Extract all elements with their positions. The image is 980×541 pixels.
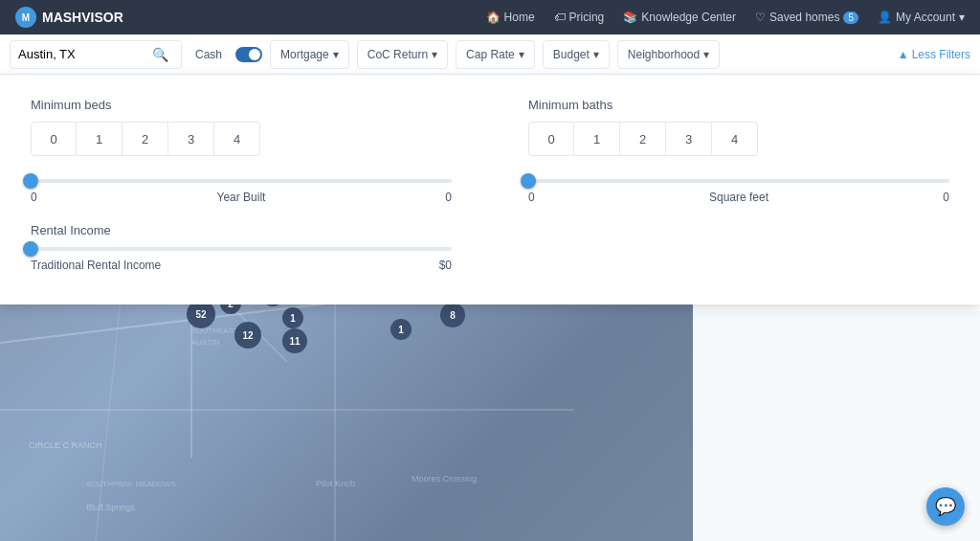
beds-group: Minimum beds 0 1 2 3 4 — [31, 98, 452, 156]
search-input[interactable] — [18, 47, 152, 61]
chevron-down-icon: ▾ — [333, 48, 339, 61]
search-box[interactable]: 🔍 — [10, 40, 182, 69]
rental-income-track — [31, 247, 452, 251]
filter-panel: Minimum beds 0 1 2 3 4 Minimum baths 0 1… — [0, 75, 980, 304]
map-marker[interactable]: 12 — [234, 322, 261, 349]
svg-text:AUSTIN: AUSTIN — [191, 338, 220, 347]
rental-income-section: Rental Income Traditional Rental Income … — [31, 223, 949, 272]
less-filters-button[interactable]: ▲ Less Filters — [898, 48, 970, 61]
map-marker[interactable]: 1 — [390, 319, 412, 340]
coc-return-button[interactable]: CoC Return ▾ — [357, 40, 448, 69]
chat-icon: 💬 — [935, 496, 956, 517]
mortgage-button[interactable]: Mortgage ▾ — [270, 40, 349, 69]
nav-knowledge[interactable]: 📚 Knowledge Center — [623, 11, 736, 24]
year-built-group: 0 Year Built 0 — [31, 179, 452, 204]
filter-bar: 🔍 Cash Mortgage ▾ CoC Return ▾ Cap Rate … — [0, 34, 980, 75]
baths-label: Minimum baths — [528, 98, 949, 112]
baths-1[interactable]: 1 — [574, 122, 620, 156]
cap-rate-button[interactable]: Cap Rate ▾ — [456, 40, 535, 69]
nav-account[interactable]: 👤 My Account ▾ — [878, 11, 965, 24]
beds-0[interactable]: 0 — [31, 122, 77, 156]
beds-label: Minimum beds — [31, 98, 452, 112]
nav-saved[interactable]: ♡ Saved homes 5 — [755, 11, 858, 24]
year-built-center-label: Year Built — [217, 191, 266, 204]
square-feet-track — [528, 179, 949, 183]
beds-1[interactable]: 1 — [77, 122, 122, 156]
rental-income-label: Rental Income — [31, 223, 949, 237]
square-feet-center-label: Square feet — [709, 191, 768, 204]
square-feet-labels: 0 Square feet 0 — [528, 191, 949, 204]
mortgage-toggle[interactable] — [235, 47, 262, 62]
svg-text:Pilot Knob: Pilot Knob — [316, 479, 355, 488]
svg-text:SOUTHPARK MEADOWS: SOUTHPARK MEADOWS — [86, 480, 176, 488]
svg-text:Bluff Springs: Bluff Springs — [86, 503, 135, 512]
tag-icon: 🏷 — [554, 11, 566, 24]
home-icon: 🏠 — [486, 11, 501, 24]
beds-4[interactable]: 4 — [214, 122, 260, 156]
baths-options: 0 1 2 3 4 — [528, 122, 949, 156]
logo-text: MASHVISOR — [42, 10, 123, 25]
baths-4[interactable]: 4 — [712, 122, 758, 156]
neighborhood-button[interactable]: Neighborhood ▾ — [617, 40, 720, 69]
heart-icon: ♡ — [755, 11, 766, 24]
chevron-down-icon: ▾ — [703, 48, 709, 61]
year-built-max-val: 0 — [445, 191, 452, 204]
baths-group: Minimum baths 0 1 2 3 4 — [528, 98, 949, 156]
baths-0[interactable]: 0 — [528, 122, 574, 156]
user-icon: 👤 — [878, 11, 892, 24]
logo-icon: M — [15, 7, 36, 28]
year-built-track — [31, 179, 452, 183]
chevron-down-icon: ▾ — [432, 48, 437, 61]
nav-links: 🏠 Home 🏷 Pricing 📚 Knowledge Center ♡ Sa… — [486, 11, 965, 24]
nav-home[interactable]: 🏠 Home — [486, 11, 535, 24]
square-feet-max-val: 0 — [943, 191, 949, 204]
year-built-thumb[interactable] — [23, 173, 38, 189]
year-built-labels: 0 Year Built 0 — [31, 191, 452, 204]
map-marker[interactable]: 1 — [282, 307, 303, 328]
navbar: M MASHVISOR 🏠 Home 🏷 Pricing 📚 Knowledge… — [0, 0, 980, 34]
square-feet-min-val: 0 — [528, 191, 535, 204]
baths-2[interactable]: 2 — [620, 122, 666, 156]
chevron-down-icon: ▾ — [959, 11, 965, 24]
search-icon: 🔍 — [152, 47, 168, 62]
baths-3[interactable]: 3 — [666, 122, 712, 156]
rental-income-labels: Traditional Rental Income $0 — [31, 259, 452, 272]
beds-3[interactable]: 3 — [168, 122, 214, 156]
beds-baths-section: Minimum beds 0 1 2 3 4 Minimum baths 0 1… — [31, 98, 949, 156]
rental-income-value: $0 — [439, 259, 452, 272]
svg-text:CIRCLE C RANCH: CIRCLE C RANCH — [29, 440, 102, 450]
chevron-down-icon: ▾ — [519, 48, 524, 61]
beds-2[interactable]: 2 — [122, 122, 168, 156]
saved-badge: 5 — [843, 11, 858, 24]
rental-income-sub-label: Traditional Rental Income — [31, 259, 161, 272]
logo[interactable]: M MASHVISOR — [15, 7, 123, 28]
svg-text:Moores Crossing: Moores Crossing — [412, 474, 477, 484]
square-feet-group: 0 Square feet 0 — [528, 179, 949, 204]
nav-pricing[interactable]: 🏷 Pricing — [554, 11, 605, 24]
sliders-section: 0 Year Built 0 0 Square feet 0 — [31, 179, 949, 204]
budget-button[interactable]: Budget ▾ — [543, 40, 610, 69]
cash-button[interactable]: Cash — [189, 44, 228, 65]
chat-button[interactable]: 💬 — [926, 487, 965, 526]
book-icon: 📚 — [623, 11, 637, 24]
map-marker[interactable]: 8 — [440, 303, 465, 327]
square-feet-thumb[interactable] — [521, 173, 536, 189]
map-marker[interactable]: 11 — [282, 328, 307, 353]
beds-options: 0 1 2 3 4 — [31, 122, 452, 156]
year-built-min-val: 0 — [31, 191, 37, 204]
chevron-down-icon: ▾ — [593, 48, 599, 61]
rental-income-thumb[interactable] — [23, 241, 38, 257]
chevron-up-icon: ▲ — [898, 48, 909, 61]
